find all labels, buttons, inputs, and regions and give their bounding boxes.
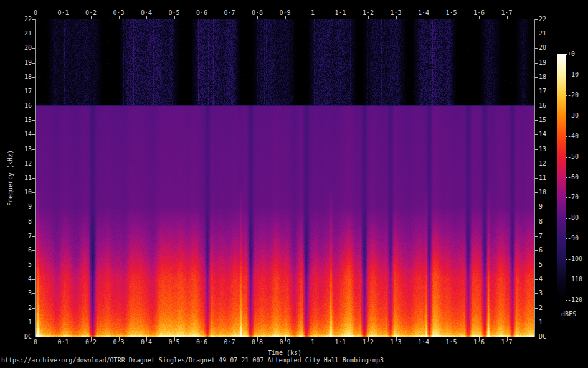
y-tick-label-left: 2 <box>0 304 32 312</box>
y-tick-mark-right <box>535 323 538 323</box>
y-tick-label-right: 13 <box>539 146 546 153</box>
y-tick-label-left: 18 <box>0 73 32 81</box>
y-tick-label-left: 9 <box>0 203 32 210</box>
y-tick-mark-right <box>535 106 538 106</box>
y-tick-mark-right <box>535 164 538 164</box>
y-tick-label-right: 7 <box>539 232 543 240</box>
y-tick-mark-right <box>535 337 538 337</box>
colorbar <box>557 54 566 300</box>
x-tick-mark-bottom <box>285 337 286 341</box>
y-tick-label-right: 11 <box>539 174 546 182</box>
colorbar-tick-label: -100 <box>567 255 582 263</box>
y-tick-label-right: 1 <box>539 319 543 326</box>
x-tick-mark-bottom <box>507 337 508 341</box>
colorbar-tick-mark <box>566 300 567 301</box>
y-tick-label-left: 11 <box>0 174 32 182</box>
x-tick-mark-bottom <box>368 337 369 341</box>
y-tick-label-right: 19 <box>539 59 546 67</box>
colorbar-tick-mark <box>566 259 567 260</box>
colorbar-tick-label: -90 <box>567 235 579 242</box>
colorbar-tick-label: -20 <box>567 92 579 99</box>
y-tick-label-left: 19 <box>0 59 32 67</box>
colorbar-tick-mark <box>566 75 567 75</box>
x-tick-mark-bottom <box>64 337 64 341</box>
y-tick-label-left: 16 <box>0 102 32 110</box>
x-tick-mark-bottom <box>396 337 397 341</box>
colorbar-tick-label: -10 <box>567 71 579 78</box>
y-tick-label-right: 21 <box>539 30 546 37</box>
y-tick-mark-right <box>535 134 538 135</box>
y-tick-label-left: 20 <box>0 44 32 52</box>
y-tick-mark-right <box>535 250 538 251</box>
spectrogram-window: Frequency (kHz) 00·10·20·30·40·50·60·70·… <box>0 0 588 368</box>
y-tick-label-left: 4 <box>0 275 32 283</box>
x-tick-mark-bottom <box>313 337 313 341</box>
colorbar-tick-label: -30 <box>567 112 579 120</box>
y-tick-label-right: 4 <box>539 275 543 283</box>
y-tick-label-right: 22 <box>539 16 546 23</box>
y-tick-label-right: 10 <box>539 189 546 196</box>
x-tick-mark-bottom <box>36 337 36 341</box>
y-tick-label-left: 14 <box>0 131 32 138</box>
y-tick-mark-right <box>535 63 538 64</box>
x-tick-mark-bottom <box>479 337 480 341</box>
source-url: https://archive·org/download/OTRR_Dragne… <box>1 357 384 364</box>
y-tick-label-left: 10 <box>0 189 32 196</box>
x-tick-mark-bottom <box>91 337 92 341</box>
x-tick-mark-bottom <box>202 337 202 341</box>
y-tick-label-left: 22 <box>0 16 32 23</box>
plot-frame <box>35 19 535 337</box>
y-tick-mark-right <box>535 149 538 150</box>
x-tick-mark-bottom <box>146 337 147 341</box>
colorbar-tick-label: -70 <box>567 194 579 201</box>
y-tick-label-right: 15 <box>539 116 546 124</box>
y-tick-label-left: 17 <box>0 88 32 95</box>
y-tick-label-left: 21 <box>0 30 32 37</box>
x-tick-mark-bottom <box>119 337 120 341</box>
y-tick-label-left: 7 <box>0 232 32 240</box>
y-tick-mark-right <box>535 207 538 207</box>
y-tick-label-left: DC <box>0 333 32 341</box>
colorbar-tick-mark <box>566 218 567 219</box>
colorbar-tick-mark <box>566 197 567 198</box>
colorbar-tick-label: +0 <box>567 50 575 58</box>
colorbar-tick-mark <box>566 280 567 280</box>
x-tick-mark-bottom <box>341 337 341 341</box>
y-tick-mark-right <box>535 279 538 280</box>
y-tick-mark-right <box>535 120 538 121</box>
y-tick-mark-right <box>535 236 538 237</box>
y-tick-label-right: 2 <box>539 304 543 312</box>
y-tick-label-right: 6 <box>539 247 543 254</box>
y-tick-mark-right <box>535 34 538 34</box>
y-tick-label-left: 8 <box>0 218 32 225</box>
y-tick-label-right: 16 <box>539 102 546 110</box>
y-tick-mark-right <box>535 92 538 92</box>
y-tick-label-left: 12 <box>0 160 32 167</box>
x-tick-mark-bottom <box>174 337 175 341</box>
y-tick-label-right: 5 <box>539 261 543 268</box>
x-tick-mark-bottom <box>424 337 424 341</box>
y-tick-mark-right <box>535 178 538 179</box>
y-tick-mark-right <box>535 265 538 265</box>
x-tick-mark-bottom <box>257 337 258 341</box>
y-tick-label-left: 13 <box>0 146 32 153</box>
colorbar-tick-label: -60 <box>567 174 579 181</box>
colorbar-tick-label: -110 <box>567 276 582 283</box>
colorbar-tick-mark <box>566 54 567 55</box>
colorbar-tick-label: -40 <box>567 133 579 140</box>
x-axis-title: Time (ks) <box>268 349 301 356</box>
colorbar-tick-mark <box>566 238 567 239</box>
y-tick-label-left: 15 <box>0 116 32 124</box>
y-tick-label-left: 3 <box>0 290 32 297</box>
y-tick-mark-right <box>535 222 538 222</box>
colorbar-tick-mark <box>566 157 567 158</box>
y-tick-mark-right <box>535 192 538 193</box>
y-tick-label-left: 6 <box>0 247 32 254</box>
x-tick-mark-bottom <box>230 337 230 341</box>
y-tick-label-right: 8 <box>539 218 543 225</box>
y-tick-label-left: 5 <box>0 261 32 268</box>
colorbar-tick-mark <box>566 136 567 137</box>
colorbar-tick-mark <box>566 95 567 96</box>
y-tick-mark-right <box>535 77 538 78</box>
colorbar-tick-label: -80 <box>567 214 579 222</box>
